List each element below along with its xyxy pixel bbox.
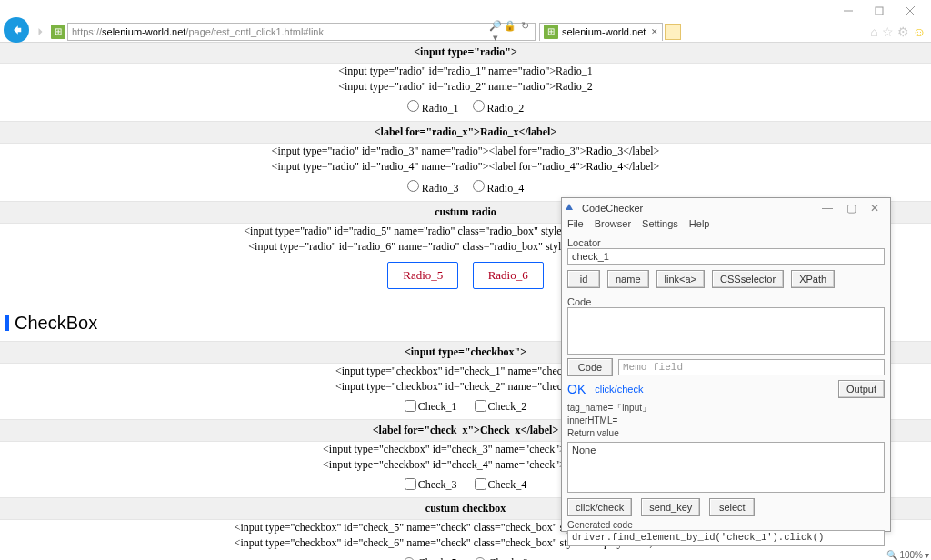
zoom-indicator[interactable]: 🔍100%▾ [886, 550, 929, 560]
search-dropdown-icon[interactable]: 🔎▾ [489, 20, 502, 44]
cc-locator-input[interactable]: check_1 [567, 248, 885, 265]
cc-innerhtml: innerHTML= [562, 415, 890, 427]
radio-6-box[interactable]: Radio_6 [473, 262, 544, 289]
cc-memo-input[interactable]: Memo field [618, 359, 885, 375]
check-3[interactable]: Check_3 [405, 478, 457, 491]
cc-code-button[interactable]: Code [567, 358, 613, 376]
home-icon[interactable]: ⌂ [870, 25, 877, 39]
page-content: <input type="radio"> <input type="radio"… [0, 43, 931, 560]
refresh-icon[interactable]: ↻ [518, 20, 531, 44]
cc-return-label: Return value [562, 427, 890, 440]
tab-favicon [544, 25, 558, 39]
cc-logo-icon [566, 202, 578, 215]
code-line: <input type="radio" id="radio_4" name="r… [0, 159, 931, 175]
cc-close-icon[interactable]: ✕ [863, 202, 886, 215]
settings-icon[interactable]: ⚙ [897, 25, 909, 39]
code-line: <input type="radio" id="radio_1" name="r… [0, 64, 931, 79]
cc-min-icon[interactable]: — [816, 202, 839, 215]
cc-btn-xpath[interactable]: XPath [791, 270, 835, 288]
favorites-icon[interactable]: ☆ [882, 25, 894, 39]
forward-button[interactable] [33, 25, 47, 39]
cc-menu-browser[interactable]: Browser [595, 218, 631, 235]
feedback-icon[interactable]: ☺ [913, 25, 926, 39]
cc-clickcheck-text: click/check [595, 384, 643, 395]
cc-ok-text: OK [567, 382, 586, 396]
new-tab-button[interactable] [665, 24, 681, 40]
cc-tagname: tag_name=「input」 [562, 402, 890, 415]
section-label-radio: <label for="radio_x">Radio_x</label> [0, 121, 931, 144]
cc-locator-label: Locator [562, 235, 890, 248]
check-1[interactable]: Check_1 [405, 400, 457, 413]
restore-icon[interactable] [864, 0, 895, 21]
cc-menu-file[interactable]: File [567, 218, 584, 235]
tab-title: selenium-world.net [562, 26, 646, 37]
cc-menu-settings[interactable]: Settings [642, 218, 678, 235]
codechecker-window: CodeChecker — ▢ ✕ File Browser Settings … [561, 197, 891, 532]
cc-code-label: Code [562, 294, 890, 307]
radio-2[interactable]: Radio_2 [473, 102, 525, 115]
cc-menu: File Browser Settings Help [562, 218, 890, 235]
address-bar[interactable]: https:// selenium-world.net /page/test_c… [67, 23, 536, 41]
check-6[interactable]: Check_6 [475, 556, 528, 560]
url-host: selenium-world.net [102, 26, 185, 37]
cc-title-text: CodeChecker [582, 203, 643, 214]
radio-5-box[interactable]: Radio_5 [387, 262, 458, 289]
site-favicon [51, 25, 65, 39]
lock-icon[interactable]: 🔒 [504, 20, 516, 44]
cc-output-button[interactable]: Output [838, 380, 885, 398]
cc-btn-css[interactable]: CSSselector [712, 270, 784, 288]
cc-return-textarea[interactable]: None [567, 442, 885, 493]
cc-generated-code[interactable]: driver.find_element_by_id('check_1').cli… [567, 530, 885, 546]
radio-3[interactable]: Radio_3 [407, 182, 459, 195]
cc-title-bar[interactable]: CodeChecker — ▢ ✕ [562, 198, 890, 218]
cc-max-icon[interactable]: ▢ [839, 202, 863, 215]
browser-toolbar: https:// selenium-world.net /page/test_c… [0, 21, 931, 43]
cc-generated-label: Generated code [562, 520, 890, 530]
radio-4[interactable]: Radio_4 [473, 182, 525, 195]
min-icon[interactable] [833, 0, 864, 21]
cc-code-textarea[interactable] [567, 307, 885, 355]
cc-menu-help[interactable]: Help [689, 218, 710, 235]
cc-btn-sendkey[interactable]: send_key [641, 498, 700, 516]
cc-btn-clickcheck[interactable]: click/check [567, 498, 632, 516]
svg-rect-1 [876, 7, 883, 15]
code-line: <input type="radio" id="radio_3" name="r… [0, 144, 931, 159]
url-scheme: https:// [72, 26, 102, 37]
check-2[interactable]: Check_2 [475, 400, 527, 413]
back-button[interactable] [4, 17, 29, 43]
browser-tab[interactable]: selenium-world.net ✕ [539, 23, 663, 41]
cc-btn-id[interactable]: id [567, 270, 600, 288]
code-line: <input type="radio" id="radio_2" name="r… [0, 79, 931, 95]
section-input-radio: <input type="radio"> [0, 43, 931, 64]
url-path: /page/test_cntl_click1.html#link [185, 26, 324, 37]
radio-1[interactable]: Radio_1 [407, 102, 459, 115]
check-5[interactable]: Check_5 [404, 556, 457, 560]
tab-close-icon[interactable]: ✕ [651, 27, 658, 36]
cc-btn-name[interactable]: name [607, 270, 649, 288]
check-4[interactable]: Check_4 [475, 478, 527, 491]
cc-btn-select[interactable]: select [709, 498, 755, 516]
cc-btn-link[interactable]: link<a> [656, 270, 705, 288]
close-icon[interactable] [895, 0, 926, 21]
window-title-bar [0, 0, 931, 21]
